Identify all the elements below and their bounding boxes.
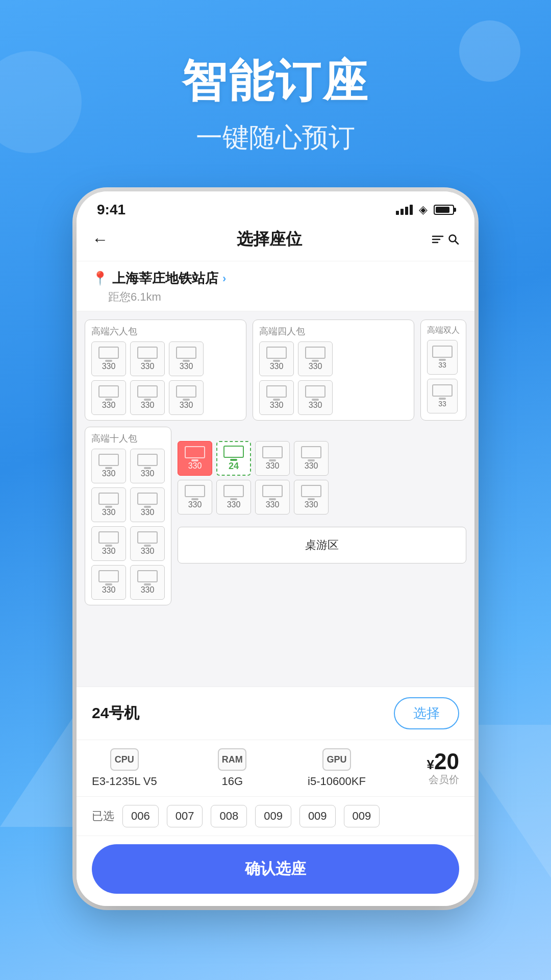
seat-item[interactable]: 330 (130, 380, 165, 415)
seat-item[interactable]: 33 (427, 340, 458, 375)
section-4-label: 高端四人包 (259, 325, 408, 337)
selected-seat-4: 009 (255, 805, 291, 827)
gpu-label-icon: GPU (327, 754, 346, 765)
location-pin-icon: 📍 (92, 271, 108, 286)
section-high-4: 高端四人包 330 330 330 330 (253, 320, 414, 421)
section-high-2: 高端双人 33 33 (420, 320, 466, 421)
seat-item[interactable]: 330 (294, 441, 329, 476)
phone-mockup: 9:41 ◈ ← 选择座位 (77, 191, 474, 906)
machine-info-row: 24号机 选择 (77, 687, 474, 740)
already-selected-label: 已选 (92, 808, 114, 824)
seat-item[interactable]: 330 (216, 480, 251, 514)
seat-map-area[interactable]: 高端六人包 330 330 330 330 330 330 (77, 311, 474, 687)
seat-item[interactable]: 330 (91, 380, 126, 415)
seat-item[interactable]: 33 (427, 379, 458, 413)
location-name[interactable]: 📍 上海莘庄地铁站店 › (92, 270, 459, 287)
seat-item[interactable]: 330 (169, 380, 204, 415)
bottom-panel: 24号机 选择 CPU E3-1235L V5 RAM 16G (77, 687, 474, 906)
cpu-value: E3-1235L V5 (92, 775, 157, 788)
section-high-6: 高端六人包 330 330 330 330 330 330 (85, 320, 246, 421)
seat-occupied[interactable]: 330 (178, 441, 212, 476)
filter-icon (431, 234, 459, 245)
nav-search-filter[interactable] (431, 234, 459, 245)
battery-icon (434, 205, 454, 215)
selected-seat-5: 009 (299, 805, 336, 827)
select-machine-button[interactable]: 选择 (394, 697, 459, 729)
selected-seats-row: 已选 006 007 008 009 009 009 (77, 797, 474, 836)
confirm-button[interactable]: 确认选座 (92, 844, 459, 894)
location-bar[interactable]: 📍 上海莘庄地铁站店 › 距您6.1km (77, 261, 474, 311)
status-time: 9:41 (97, 202, 126, 218)
seat-item[interactable]: 330 (91, 449, 126, 483)
svg-line-4 (455, 241, 458, 244)
seat-item[interactable]: 330 (178, 480, 212, 514)
location-arrow-icon: › (222, 272, 226, 285)
machine-name: 24号机 (92, 703, 139, 724)
gpu-spec: GPU i5-10600KF (308, 748, 366, 788)
seat-item[interactable]: 330 (294, 480, 329, 514)
selected-seat-3: 008 (211, 805, 247, 827)
price-yuan-sign: ¥ (427, 757, 434, 772)
ram-value: 16G (222, 775, 243, 788)
section-high-10: 高端十人包 330 330 330 330 330 330 (85, 427, 171, 605)
main-subtitle: 一键随心预订 (182, 120, 369, 156)
seat-item[interactable]: 330 (255, 480, 290, 514)
seat-item[interactable]: 330 (259, 341, 294, 376)
seat-item[interactable]: 330 (130, 341, 165, 376)
seat-item[interactable]: 330 (91, 341, 126, 376)
seat-item[interactable]: 330 (130, 565, 165, 600)
section-2-label: 高端双人 (427, 325, 460, 336)
price-label: 会员价 (429, 773, 459, 787)
status-icons: ◈ (396, 203, 454, 216)
seat-item[interactable]: 330 (259, 380, 294, 415)
signal-icon (396, 205, 413, 215)
seat-item[interactable]: 330 (169, 341, 204, 376)
selected-seat-2: 007 (167, 805, 203, 827)
seat-item[interactable]: 330 (91, 526, 126, 561)
seat-item[interactable]: 330 (130, 526, 165, 561)
gpu-value: i5-10600KF (308, 775, 366, 788)
ram-spec: RAM 16G (218, 748, 246, 788)
section-6-label: 高端六人包 (91, 325, 240, 337)
specs-row: CPU E3-1235L V5 RAM 16G GPU i5-10600KF (77, 740, 474, 797)
phone-screen: 9:41 ◈ ← 选择座位 (77, 191, 474, 906)
location-distance: 距您6.1km (108, 289, 459, 305)
back-button[interactable]: ← (92, 230, 108, 249)
seat-item[interactable]: 330 (130, 487, 165, 522)
seat-item[interactable]: 330 (91, 565, 126, 600)
cpu-icon-box: CPU (110, 748, 139, 771)
seat-item[interactable]: 330 (298, 341, 333, 376)
cpu-spec: CPU E3-1235L V5 (92, 748, 157, 788)
main-title: 智能订座 (182, 51, 369, 112)
seat-item[interactable]: 330 (91, 487, 126, 522)
nav-bar: ← 选择座位 (77, 223, 474, 261)
status-bar: 9:41 ◈ (77, 191, 474, 223)
deco-circle-1 (459, 20, 520, 82)
section-10-label: 高端十人包 (91, 432, 165, 445)
price-amount: ¥20 (427, 750, 459, 773)
price-box: ¥20 会员价 (427, 750, 459, 787)
cpu-label-icon: CPU (115, 754, 134, 765)
deco-circle-2 (0, 51, 82, 153)
board-game-zone: 桌游区 (178, 527, 466, 564)
selected-seat-1: 006 (122, 805, 159, 827)
ram-label-icon: RAM (222, 754, 243, 765)
location-text: 上海莘庄地铁站店 (112, 270, 218, 287)
seat-item[interactable]: 330 (255, 441, 290, 476)
seat-item[interactable]: 330 (298, 380, 333, 415)
gpu-icon-box: GPU (322, 748, 351, 771)
header-section: 智能订座 一键随心预订 (182, 0, 369, 156)
wifi-icon: ◈ (419, 203, 428, 216)
seat-selected[interactable]: 24 (216, 441, 251, 476)
page-title: 选择座位 (237, 228, 302, 251)
ram-icon-box: RAM (218, 748, 246, 771)
seat-item[interactable]: 330 (130, 449, 165, 483)
selected-seat-6: 009 (344, 805, 380, 827)
